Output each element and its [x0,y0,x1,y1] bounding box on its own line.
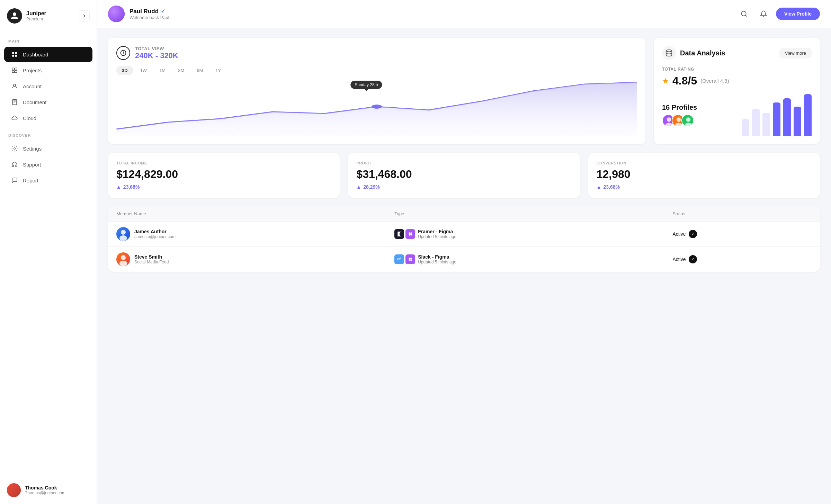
svg-point-41 [410,259,412,261]
settings-label: Settings [23,146,42,152]
bar-1 [752,109,760,136]
table-row: Steve Smith Social Media Feed Slack - Fi… [108,247,820,272]
tab-1y[interactable]: 1Y [210,66,226,75]
view-more-button[interactable]: View more [779,48,812,58]
stat-card-0: TOTAL INCOME $124,829.00 ▲ 23,68% [108,153,340,198]
sidebar-item-account[interactable]: Account [4,79,92,94]
svg-point-8 [14,84,16,86]
verified-icon: ✓ [161,8,165,15]
footer-user-name: Thomas Cook [25,485,65,490]
analysis-title-group: Data Analysis [662,46,725,60]
chart-svg [116,81,637,136]
table-header: Member Name Type Status [108,206,820,222]
rating-value: ★ 4.8/5 (Overall 4.8) [662,74,812,87]
framer-icon [394,229,404,239]
settings-icon [11,145,18,152]
dashboard-label: Dashboard [23,52,48,57]
chart-tooltip: Sunday 28th [350,81,382,89]
svg-point-33 [409,234,411,236]
svg-point-17 [372,105,382,109]
svg-point-18 [666,50,672,52]
expand-button[interactable] [79,10,90,21]
arrow-up-icon: ▲ [116,184,121,190]
tab-6m[interactable]: 6M [191,66,208,75]
sidebar-item-support[interactable]: Support [4,157,92,172]
svg-point-23 [677,117,681,122]
content: TOTAL VIEW 240K - 320K 3D 1W 1M 3M 6M 1Y… [97,28,831,504]
sidebar-footer: Thomas Cook Thomas@juniper.com [0,476,97,504]
svg-point-39 [410,258,412,259]
profiles-section: 16 Profiles [662,94,812,136]
tab-3d[interactable]: 3D [116,66,133,75]
profiles-left: 16 Profiles [662,104,697,127]
analysis-title: Data Analysis [680,49,725,57]
table-body: James Author James.a@juniper.com Framer … [108,222,820,272]
rating-number: 4.8/5 [672,74,697,87]
profile-avatar-3 [681,114,694,127]
sidebar: Juniper Premium MAIN Dashboard Projects … [0,0,97,504]
svg-point-20 [667,117,671,122]
header-user: Paul Rudd ✓ Welcome back Paul! [108,6,170,22]
type-name: Framer - Figma [418,229,456,234]
main-section-label: MAIN [0,32,97,46]
user-icon [10,12,19,20]
arrow-up-icon: ▲ [356,184,361,190]
status-cell: Active ✓ [672,230,812,238]
type-updated: Updated 5 mints ago [418,260,456,264]
svg-line-15 [745,15,747,17]
view-profile-button[interactable]: View Profile [776,8,820,20]
user-avatar [7,483,21,497]
tab-1m[interactable]: 1M [154,66,171,75]
status-text: Active [672,256,686,262]
main-nav: Dashboard Projects Account Document Clou… [0,46,97,126]
member-email: James.a@juniper.com [134,234,176,239]
header: Paul Rudd ✓ Welcome back Paul! View Prof… [97,0,831,28]
sidebar-item-dashboard[interactable]: Dashboard [4,47,92,62]
rating-section: TOTAL RATING ★ 4.8/5 (Overall 4.8) [662,67,812,87]
chart-label: TOTAL VIEW [135,46,178,51]
svg-point-14 [741,11,746,16]
chart-card: TOTAL VIEW 240K - 320K 3D 1W 1M 3M 6M 1Y… [108,38,645,144]
search-button[interactable] [737,7,751,21]
type-name: Slack - Figma [418,254,456,260]
col-type: Type [394,211,672,216]
sidebar-item-report[interactable]: Report [4,173,92,188]
bar-3 [773,102,780,136]
header-avatar-img [108,6,125,22]
sidebar-item-projects[interactable]: Projects [4,63,92,78]
status-check-icon: ✓ [689,255,697,263]
stat-value: 12,980 [597,168,812,181]
col-member-name: Member Name [116,211,394,216]
type-icons [394,229,415,239]
members-table: Member Name Type Status James Author Jam… [108,206,820,272]
svg-point-26 [686,117,691,122]
stat-card-2: CONVERSTION 12,980 ▲ 23,68% [588,153,820,198]
col-status: Status [672,211,812,216]
sidebar-item-cloud[interactable]: Cloud [4,110,92,126]
svg-rect-6 [12,71,14,73]
brand-avatar [7,8,22,24]
analysis-header: Data Analysis View more [662,46,812,60]
stats-row: TOTAL INCOME $124,829.00 ▲ 23,68% PROFIT… [108,153,820,198]
type-cell: Framer - Figma Updated 5 mints ago [394,229,672,239]
dashboard-icon [11,51,18,58]
sidebar-item-document[interactable]: Document [4,94,92,110]
notification-button[interactable] [757,7,770,21]
member-name: James Author [134,229,176,234]
status-text: Active [672,231,686,237]
stat-change-value: 23,68% [604,184,620,190]
tab-3m[interactable]: 3M [172,66,190,75]
svg-rect-0 [12,52,14,54]
stat-change: ▲ 28,29% [356,184,571,190]
svg-point-34 [410,234,412,236]
tab-1w[interactable]: 1W [135,66,153,75]
sidebar-item-settings[interactable]: Settings [4,141,92,156]
stat-card-1: PROFIT $31,468.00 ▲ 28,29% [348,153,580,198]
header-user-name: Paul Rudd ✓ [129,8,170,15]
support-icon [11,161,18,168]
bar-0 [742,119,749,136]
figma-icon [405,229,415,239]
svg-point-32 [410,232,412,234]
chart-title-group: TOTAL VIEW 240K - 320K [135,46,178,60]
profiles-avatars [662,114,697,127]
